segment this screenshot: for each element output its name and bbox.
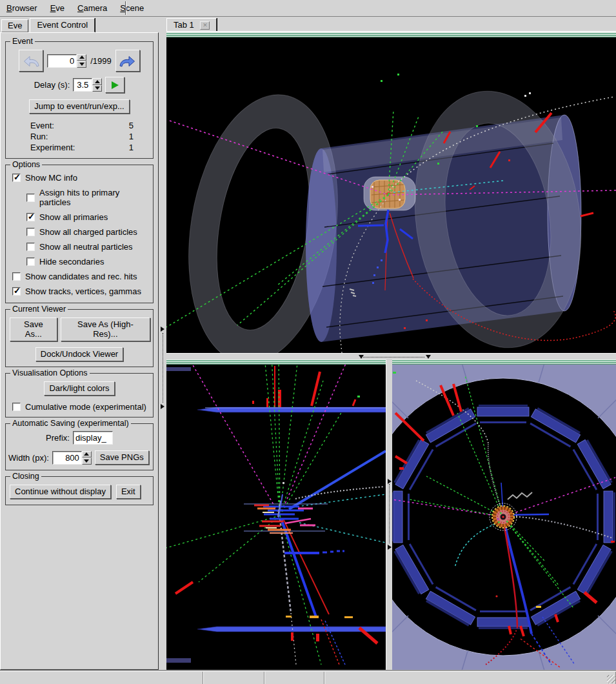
menu-bar: Browser Eve Camera Scene bbox=[0, 0, 616, 17]
play-button[interactable] bbox=[105, 77, 124, 93]
event-info: Event:5 Run:1 Experiment:1 bbox=[8, 116, 150, 154]
delay-input[interactable] bbox=[73, 78, 92, 92]
viewport-rz bbox=[166, 359, 386, 670]
event-number-input[interactable] bbox=[47, 54, 77, 68]
menu-camera[interactable]: Camera bbox=[77, 3, 107, 13]
viewport-3d-titlebar[interactable] bbox=[166, 32, 616, 37]
checkbox-show-tracks[interactable] bbox=[12, 287, 21, 296]
splitter-arrow-icon[interactable] bbox=[426, 355, 431, 359]
dock-undock-button[interactable]: Dock/Undock Viewer bbox=[35, 347, 123, 361]
tab-eve[interactable]: Eve bbox=[1, 19, 28, 32]
previous-event-button[interactable] bbox=[19, 50, 43, 72]
width-input[interactable] bbox=[52, 451, 82, 465]
bottom-splitter[interactable] bbox=[386, 359, 392, 670]
status-segment bbox=[264, 672, 324, 684]
tab-event-control-label: Event Control bbox=[37, 20, 88, 30]
option-label: Hide secondaries bbox=[39, 257, 104, 267]
save-pngs-button[interactable]: Save PNGs bbox=[95, 450, 149, 465]
option-label: Show all primaries bbox=[39, 212, 108, 222]
exit-button[interactable]: Exit bbox=[116, 485, 141, 499]
viewport-3d bbox=[166, 32, 616, 353]
checkbox-show-all-primaries[interactable] bbox=[26, 213, 35, 221]
save-as-button[interactable]: Save As... bbox=[10, 317, 57, 341]
tab-event-control[interactable]: Event Control bbox=[30, 18, 95, 32]
visualisation-options-group: Visualisation Options Dark/light colors … bbox=[5, 368, 154, 417]
checkbox-hide-secondaries[interactable] bbox=[26, 257, 35, 266]
delay-spin-down-button[interactable] bbox=[92, 85, 102, 92]
jump-to-event-button[interactable]: Jump to event/run/exp... bbox=[29, 99, 129, 114]
save-as-high-res-button[interactable]: Save As (High-Res)... bbox=[61, 317, 150, 341]
event-group-title: Event bbox=[10, 37, 35, 46]
close-icon[interactable]: ✕ bbox=[200, 21, 210, 30]
visualisation-options-title: Visualisation Options bbox=[10, 368, 90, 377]
resize-grip[interactable] bbox=[607, 675, 615, 683]
back-arrow-icon bbox=[23, 54, 40, 68]
status-segment bbox=[203, 672, 264, 684]
klm-hit-bars bbox=[284, 551, 353, 618]
menu-divider bbox=[125, 1, 126, 15]
spin-up-icon bbox=[95, 80, 100, 83]
viewer-tab-bar: Tab 1 ✕ bbox=[166, 19, 616, 32]
viewport-rz-titlebar[interactable] bbox=[166, 359, 386, 365]
event-spin-up-button[interactable] bbox=[77, 54, 86, 61]
splitter-arrow-icon[interactable] bbox=[388, 545, 392, 550]
central-detector-xy bbox=[490, 503, 517, 530]
spin-down-icon bbox=[95, 86, 100, 90]
outer-deposits bbox=[175, 582, 377, 643]
delay-label: Delay (s): bbox=[34, 80, 70, 90]
status-segment bbox=[324, 672, 616, 684]
panel-splitter[interactable] bbox=[159, 18, 166, 670]
checkbox-show-candidates[interactable] bbox=[12, 272, 21, 281]
width-spin-up-button[interactable] bbox=[82, 451, 92, 458]
option-label: Show MC info bbox=[25, 173, 77, 183]
splitter-arrow-icon[interactable] bbox=[161, 327, 164, 332]
calorimeter-deposits bbox=[252, 366, 281, 407]
dark-light-colors-button[interactable]: Dark/light colors bbox=[44, 381, 114, 396]
current-viewer-group: Current Viewer Save As... Save As (High-… bbox=[5, 305, 154, 367]
cumulative-mode-label: Cumulative mode (experimental) bbox=[25, 402, 146, 412]
splitter-handle[interactable] bbox=[163, 333, 163, 403]
continue-without-display-button[interactable]: Continue without display bbox=[10, 485, 111, 499]
3d-event-scene[interactable] bbox=[166, 37, 616, 353]
play-icon bbox=[112, 81, 119, 89]
rz-event-scene[interactable] bbox=[166, 365, 386, 670]
tab-viewer-tab1[interactable]: Tab 1 ✕ bbox=[166, 18, 217, 32]
menu-scene[interactable]: Scene bbox=[120, 3, 144, 13]
checkbox-show-all-charged[interactable] bbox=[26, 228, 35, 236]
delay-spin-up-button[interactable] bbox=[92, 78, 102, 85]
checkbox-cumulative-mode[interactable] bbox=[12, 403, 21, 411]
xy-event-scene[interactable] bbox=[392, 365, 616, 670]
run-info-label: Run: bbox=[30, 132, 110, 141]
experiment-info-label: Experiment: bbox=[30, 143, 110, 152]
splitter-handle[interactable] bbox=[363, 357, 424, 357]
splitter-arrow-icon[interactable] bbox=[161, 404, 164, 409]
checkbox-show-all-neutral[interactable] bbox=[26, 243, 35, 251]
forward-arrow-icon bbox=[119, 54, 136, 68]
viewport-xy-titlebar[interactable] bbox=[392, 359, 616, 365]
checkbox-assign-hits[interactable] bbox=[26, 194, 35, 202]
event-info-label: Event: bbox=[30, 121, 110, 130]
option-label: Show candidates and rec. hits bbox=[25, 272, 137, 281]
checkbox-show-mc-info[interactable] bbox=[12, 174, 21, 182]
spin-up-icon bbox=[79, 55, 84, 59]
event-spin-down-button[interactable] bbox=[77, 61, 86, 68]
horizontal-splitter[interactable] bbox=[166, 353, 616, 359]
splitter-handle[interactable] bbox=[389, 484, 390, 543]
calorimeter-deposits-diagonal bbox=[312, 372, 355, 406]
width-spinbox bbox=[52, 451, 92, 465]
status-segment bbox=[0, 672, 203, 684]
closing-title: Closing bbox=[10, 472, 41, 481]
status-bar bbox=[0, 671, 616, 684]
next-event-button[interactable] bbox=[115, 50, 140, 72]
option-label: Show all charged particles bbox=[39, 227, 137, 237]
prefix-input[interactable] bbox=[73, 431, 113, 445]
menu-browser[interactable]: Browser bbox=[6, 3, 37, 13]
splitter-arrow-icon[interactable] bbox=[388, 479, 392, 484]
event-number-spinbox bbox=[47, 54, 86, 68]
menu-eve[interactable]: Eve bbox=[50, 3, 65, 13]
left-tab-bar: Eve Event Control bbox=[1, 19, 96, 32]
event-group: Event /1999 Delay (s): bbox=[5, 37, 154, 159]
width-spin-down-button[interactable] bbox=[82, 458, 92, 465]
event-info-value: 5 bbox=[110, 121, 134, 130]
automatic-saving-title: Automatic Saving (experimental) bbox=[10, 419, 131, 428]
